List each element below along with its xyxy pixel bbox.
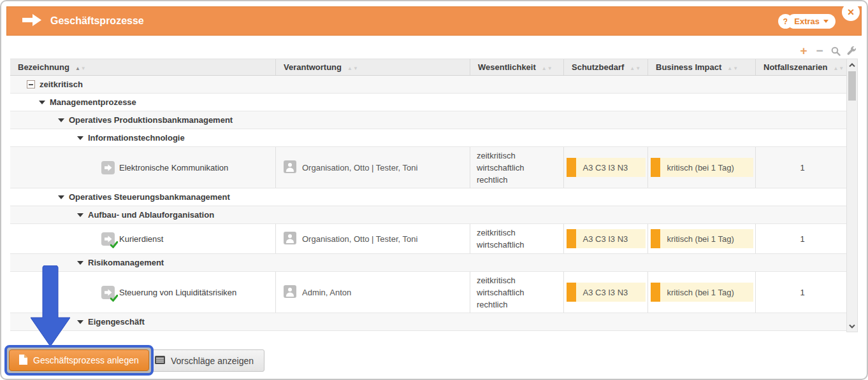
protection-need-value: A3 C3 I3 N3 xyxy=(576,229,646,248)
scrollbar-thumb[interactable] xyxy=(848,71,856,101)
group-label: Aufbau- und Ablauforganisation xyxy=(88,210,214,220)
tree-group-row[interactable]: Managementprozesse xyxy=(10,94,849,111)
caret-down-icon[interactable] xyxy=(77,213,83,217)
business-process-table: Bezeichnung Verantwortung Wesentlichkeit… xyxy=(10,59,849,331)
tree-group-row[interactable]: Eigengeschäft xyxy=(10,313,849,331)
business-impact-cell: kritisch (bei 1 Tag) xyxy=(647,272,755,313)
search-icon[interactable] xyxy=(830,45,841,57)
sort-asc-icon[interactable] xyxy=(727,62,732,72)
emergency-scenarios-value: 1 xyxy=(800,288,804,297)
scroll-up-icon[interactable] xyxy=(847,60,857,70)
business-impact-badge: kritisch (bei 1 Tag) xyxy=(651,158,753,177)
caret-down-icon[interactable] xyxy=(77,136,83,140)
essentiality-item: wirtschaftlich xyxy=(477,286,524,299)
protection-need-cell: A3 C3 I3 N3 xyxy=(563,272,647,313)
column-header-verantwortung[interactable]: Verantwortung xyxy=(275,59,470,75)
protection-need-badge: A3 C3 I3 N3 xyxy=(567,158,646,177)
annotation-highlight-box: Geschäftsprozess anlegen xyxy=(4,345,154,376)
caret-down-icon[interactable] xyxy=(39,101,45,104)
sort-asc-icon[interactable] xyxy=(542,62,547,72)
table-rows: zeitkritischManagementprozesseOperatives… xyxy=(10,76,849,331)
column-header-business-impact[interactable]: Business Impact xyxy=(647,59,755,75)
column-header-notfallszenarien[interactable]: Notfallszenarien xyxy=(755,59,849,75)
arrow-right-icon xyxy=(22,14,41,29)
caret-down-icon[interactable] xyxy=(58,118,64,122)
caret-down-icon[interactable] xyxy=(58,195,64,199)
wrench-icon[interactable] xyxy=(846,45,857,57)
expand-all-plus-icon[interactable] xyxy=(799,45,809,57)
caret-down-icon[interactable] xyxy=(77,320,83,324)
group-label: Managementprozesse xyxy=(50,97,136,107)
scroll-down-icon[interactable] xyxy=(847,321,857,331)
group-label: Informationstechnologie xyxy=(88,133,185,143)
process-label: Kurierdienst xyxy=(119,234,163,244)
business-impact-cell: kritisch (bei 1 Tag) xyxy=(647,147,755,188)
title-bar: Geschäftsprozesse ? Extras xyxy=(6,6,862,36)
emergency-scenarios-value: 1 xyxy=(800,163,804,172)
business-impact-badge: kritisch (bei 1 Tag) xyxy=(651,229,753,248)
tree-group-row[interactable]: zeitkritisch xyxy=(10,76,849,94)
severity-marker xyxy=(651,158,660,177)
protection-need-value: A3 C3 I3 N3 xyxy=(576,158,646,177)
collapse-icon[interactable] xyxy=(27,80,35,88)
sort-desc-icon[interactable] xyxy=(635,62,640,72)
sort-desc-icon[interactable] xyxy=(353,62,358,72)
extras-button[interactable]: Extras xyxy=(787,14,835,29)
caret-down-icon[interactable] xyxy=(77,261,83,265)
create-button-label: Geschäftsprozess anlegen xyxy=(33,355,139,365)
responsibility-text: Organisation, Otto | Tester, Toni xyxy=(302,163,417,172)
severity-marker xyxy=(651,229,660,248)
show-suggestions-button[interactable]: Vorschläge anzeigen xyxy=(144,349,264,372)
vertical-scrollbar[interactable] xyxy=(846,59,858,332)
tree-group-row[interactable]: Informationstechnologie xyxy=(10,129,849,147)
essentiality-item: zeitkritisch xyxy=(477,227,516,239)
column-header-schutzbedarf[interactable]: Schutzbedarf xyxy=(563,59,647,75)
sort-desc-icon[interactable] xyxy=(81,62,86,72)
extras-label: Extras xyxy=(794,17,820,26)
process-row[interactable]: Steuerung von LiquiditätsrisikenAdmin, A… xyxy=(10,272,849,313)
protection-need-cell: A3 C3 I3 N3 xyxy=(563,147,647,188)
grid-toolbar xyxy=(799,45,857,57)
tree-group-row[interactable]: Risikomanagement xyxy=(10,254,849,272)
business-impact-value: kritisch (bei 1 Tag) xyxy=(660,229,753,248)
protection-need-value: A3 C3 I3 N3 xyxy=(576,283,646,302)
app-window: Geschäftsprozesse ? Extras ✕ Bezeichnung… xyxy=(0,0,868,380)
essentiality-item: zeitkritisch xyxy=(477,274,516,286)
process-row[interactable]: Elektronische KommunikationOrganisation,… xyxy=(10,147,849,188)
sort-asc-icon[interactable] xyxy=(347,62,352,72)
person-icon xyxy=(284,285,296,300)
column-header-bezeichnung[interactable]: Bezeichnung xyxy=(10,59,275,75)
group-label: Operatives Produktionsbankmanagement xyxy=(69,115,233,125)
annotation-arrow-icon xyxy=(31,265,70,347)
sort-asc-icon[interactable] xyxy=(75,62,80,72)
group-label: Operatives Steuerungsbankmanagement xyxy=(69,192,230,202)
chevron-down-icon xyxy=(823,20,828,23)
sort-asc-icon[interactable] xyxy=(630,62,635,72)
emergency-scenarios-cell: 1 xyxy=(755,224,849,253)
collapse-all-minus-icon[interactable] xyxy=(814,45,825,57)
protection-need-cell: A3 C3 I3 N3 xyxy=(563,224,647,253)
sort-desc-icon[interactable] xyxy=(547,62,553,72)
sort-asc-icon[interactable] xyxy=(833,62,838,72)
process-row[interactable]: KurierdienstOrganisation, Otto | Tester,… xyxy=(10,224,849,254)
sort-desc-icon[interactable] xyxy=(839,62,844,72)
business-impact-value: kritisch (bei 1 Tag) xyxy=(660,158,753,177)
emergency-scenarios-value: 1 xyxy=(800,234,804,244)
essentiality-item: rechtlich xyxy=(477,299,507,311)
severity-marker xyxy=(567,229,576,248)
emergency-scenarios-cell: 1 xyxy=(755,272,849,313)
create-business-process-button[interactable]: Geschäftsprozess anlegen xyxy=(9,349,149,371)
business-impact-badge: kritisch (bei 1 Tag) xyxy=(651,283,753,302)
tree-group-row[interactable]: Aufbau- und Ablauforganisation xyxy=(10,206,849,224)
essentiality-item: wirtschaftlich xyxy=(477,162,524,174)
tree-group-row[interactable]: Operatives Produktionsbankmanagement xyxy=(10,111,849,129)
process-icon xyxy=(101,161,115,174)
close-button[interactable]: ✕ xyxy=(842,3,860,21)
severity-marker xyxy=(567,283,576,302)
person-icon xyxy=(284,160,296,175)
process-name-cell: Elektronische Kommunikation xyxy=(10,147,275,188)
document-icon xyxy=(19,355,27,367)
sort-desc-icon[interactable] xyxy=(733,62,738,72)
tree-group-row[interactable]: Operatives Steuerungsbankmanagement xyxy=(10,188,849,206)
column-header-wesentlichkeit[interactable]: Wesentlichkeit xyxy=(470,59,563,75)
